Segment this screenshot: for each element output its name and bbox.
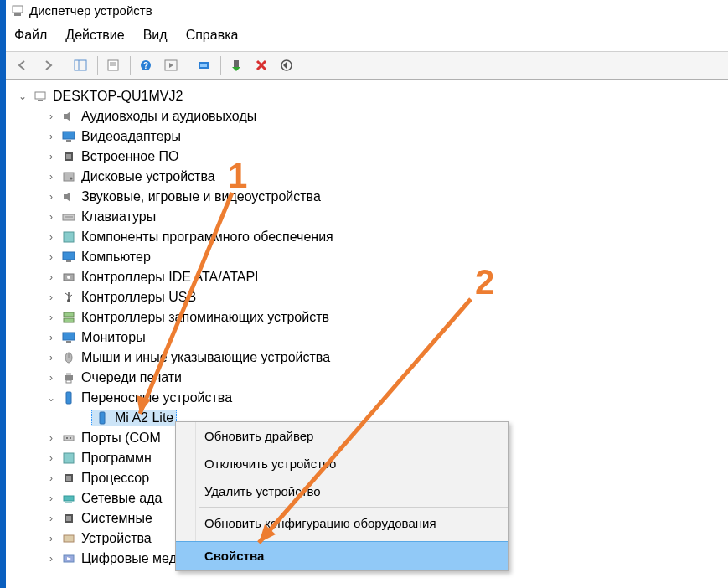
drive-icon — [61, 270, 76, 285]
svg-rect-46 — [65, 375, 73, 380]
chevron-right-icon[interactable]: › — [44, 171, 58, 183]
chevron-right-icon[interactable]: › — [44, 211, 58, 223]
tree-category-print-queues[interactable]: ›Очереди печати — [13, 368, 728, 388]
tree-category-portable[interactable]: ⌄Переносные устройства — [13, 388, 728, 408]
chevron-right-icon[interactable]: › — [44, 493, 58, 504]
usb-icon — [61, 290, 76, 305]
tree-category-label: Сетевые ада — [81, 491, 162, 506]
scan-hardware-toolbar-icon[interactable] — [192, 55, 215, 75]
display-icon — [61, 129, 76, 144]
back-button[interactable] — [11, 55, 34, 75]
tree-category-label: Компьютер — [81, 250, 151, 265]
svg-rect-51 — [64, 436, 74, 441]
chevron-right-icon[interactable]: › — [44, 151, 58, 162]
action-toolbar-icon[interactable] — [159, 55, 183, 75]
svg-rect-42 — [63, 333, 75, 340]
tree-category-keyboards[interactable]: ›Клавиатуры — [13, 207, 728, 227]
context-scan-hardware[interactable]: Обновить конфигурацию оборудования — [176, 509, 508, 537]
svg-rect-40 — [64, 312, 74, 317]
tree-category-ide-atapi[interactable]: ›Контроллеры IDE ATA/ATAPI — [13, 267, 728, 287]
chevron-right-icon[interactable]: › — [44, 271, 58, 283]
chevron-right-icon[interactable]: › — [44, 291, 58, 303]
tree-category-usb-controllers[interactable]: ›Контроллеры USB — [13, 287, 728, 307]
svg-rect-56 — [66, 476, 71, 481]
svg-text:?: ? — [143, 61, 148, 70]
chip-icon — [61, 471, 76, 486]
menu-action[interactable]: Действие — [65, 28, 124, 43]
enable-device-toolbar-icon[interactable] — [225, 55, 248, 75]
window-title: Диспетчер устройств — [29, 3, 152, 18]
tree-category-software-components[interactable]: ›Компоненты программного обеспечения — [13, 227, 728, 247]
tree-category-video-adapters[interactable]: ›Видеоадаптеры — [13, 126, 728, 147]
chevron-right-icon[interactable]: › — [44, 231, 58, 243]
svg-rect-33 — [66, 260, 71, 262]
chevron-down-icon[interactable]: ⌄ — [44, 392, 58, 404]
chevron-right-icon[interactable]: › — [44, 352, 58, 364]
context-update-driver[interactable]: Обновить драйвер — [176, 422, 508, 450]
chevron-right-icon[interactable]: › — [44, 191, 58, 203]
tree-category-label: Очереди печати — [81, 370, 182, 385]
media-icon — [61, 551, 76, 566]
tree-category-label: Контроллеры запоминающих устройств — [81, 310, 329, 325]
tree-category-firmware[interactable]: ›Встроенное ПО — [13, 147, 728, 167]
uninstall-device-toolbar-icon[interactable] — [250, 55, 273, 75]
chevron-right-icon[interactable]: › — [44, 452, 58, 464]
mouse-icon — [61, 350, 76, 365]
chevron-right-icon[interactable]: › — [44, 131, 58, 142]
tree-category-label: Встроенное ПО — [81, 149, 179, 164]
chevron-right-icon[interactable]: › — [44, 513, 58, 524]
svg-point-27 — [70, 178, 73, 180]
tree-category-label: Устройства — [81, 531, 152, 546]
forward-button[interactable] — [36, 55, 59, 75]
context-remove-device[interactable]: Удалить устройство — [176, 477, 508, 505]
svg-rect-47 — [66, 373, 71, 375]
tree-category-disk-drives[interactable]: ›Дисковые устройства — [13, 167, 728, 187]
svg-marker-21 — [64, 111, 70, 121]
svg-rect-60 — [66, 516, 71, 521]
tree-category-label: Дисковые устройства — [81, 169, 215, 184]
chevron-right-icon[interactable]: › — [44, 312, 58, 323]
tree-category-label: Компоненты программного обеспечения — [81, 230, 333, 245]
help-toolbar-icon[interactable]: ? — [134, 55, 157, 75]
tree-category-audio-io[interactable]: ›Аудиовходы и аудиовыходы — [13, 106, 728, 126]
update-driver-toolbar-icon[interactable] — [275, 55, 298, 75]
chevron-down-icon[interactable]: ⌄ — [16, 90, 29, 102]
tree-category-label: Мониторы — [81, 330, 146, 345]
chevron-right-icon[interactable]: › — [44, 553, 58, 565]
title-bar: Диспетчер устройств — [6, 0, 728, 23]
menu-view[interactable]: Вид — [143, 28, 168, 43]
tree-root[interactable]: ⌄ DESKTOP-QU1MVJ2 — [13, 86, 728, 106]
chevron-right-icon[interactable]: › — [44, 111, 58, 122]
context-disable-device[interactable]: Отключить устройство — [176, 450, 508, 477]
chevron-right-icon[interactable]: › — [44, 472, 58, 484]
svg-rect-31 — [64, 232, 74, 242]
tree-category-monitors[interactable]: ›Мониторы — [13, 328, 728, 348]
svg-rect-12 — [200, 64, 207, 67]
keyboard-icon — [61, 209, 76, 224]
context-properties[interactable]: Свойства — [176, 541, 508, 570]
context-menu: Обновить драйвер Отключить устройство Уд… — [175, 421, 509, 571]
chevron-right-icon[interactable]: › — [44, 432, 58, 444]
tree-category-mice[interactable]: ›Мыши и иные указывающие устройства — [13, 348, 728, 368]
tree-category-storage-controllers[interactable]: ›Контроллеры запоминающих устройств — [13, 307, 728, 328]
printer-icon — [61, 370, 76, 385]
chevron-right-icon[interactable]: › — [44, 533, 58, 544]
chevron-right-icon[interactable]: › — [44, 251, 58, 263]
tree-category-sound-game[interactable]: ›Звуковые, игровые и видеоустройства — [13, 187, 728, 207]
chevron-right-icon[interactable]: › — [44, 372, 58, 384]
svg-rect-2 — [75, 60, 86, 70]
show-console-tree-icon[interactable] — [69, 55, 92, 75]
svg-marker-28 — [64, 192, 70, 202]
svg-rect-22 — [63, 132, 75, 139]
properties-toolbar-icon[interactable] — [101, 55, 125, 75]
chevron-right-icon[interactable]: › — [44, 332, 58, 343]
svg-rect-57 — [64, 496, 74, 501]
svg-rect-43 — [66, 341, 71, 343]
net-icon — [61, 491, 76, 506]
tree-category-computer[interactable]: ›Компьютер — [13, 247, 728, 267]
menu-help[interactable]: Справка — [186, 28, 239, 43]
svg-marker-14 — [232, 67, 240, 71]
disk-icon — [61, 169, 76, 184]
menu-file[interactable]: Файл — [14, 28, 47, 43]
portable-icon — [95, 410, 110, 426]
